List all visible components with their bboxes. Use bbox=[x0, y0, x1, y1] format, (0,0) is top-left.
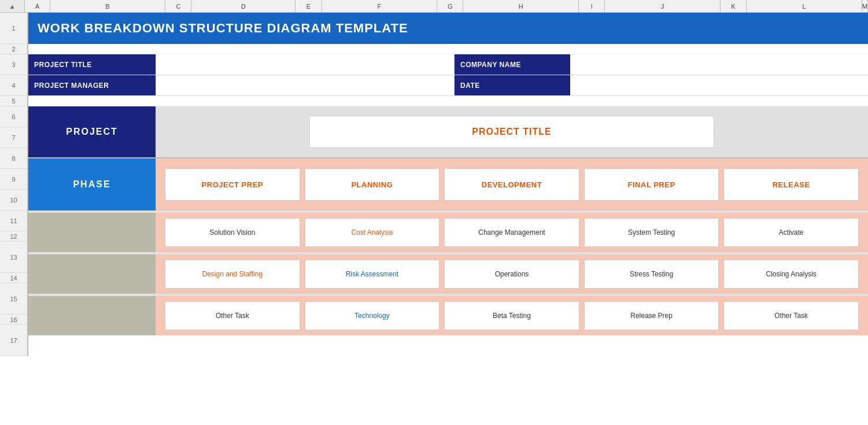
task-operations[interactable]: Operations bbox=[444, 260, 579, 289]
project-title-label: PROJECT TITLE bbox=[28, 54, 156, 75]
info-row-project-title: PROJECT TITLE COMPANY NAME bbox=[28, 54, 868, 75]
main-content: WORK BREAKDOWN STRUCTURE DIAGRAM TEMPLAT… bbox=[28, 13, 868, 356]
row-numbers: 1 2 3 4 5 6 7 8 9 10 11 12 13 14 15 16 1… bbox=[0, 13, 28, 356]
info-row-project-manager: PROJECT MANAGER DATE bbox=[28, 75, 868, 96]
task-other-task-2[interactable]: Other Task bbox=[723, 301, 859, 330]
col-i: I bbox=[579, 0, 605, 12]
col-c: C bbox=[165, 0, 191, 12]
task-label-1 bbox=[28, 213, 156, 252]
phase-box-release[interactable]: RELEASE bbox=[723, 168, 859, 201]
rows-area: 1 2 3 4 5 6 7 8 9 10 11 12 13 14 15 16 1… bbox=[0, 13, 868, 356]
col-l: L bbox=[747, 0, 862, 12]
col-e: E bbox=[296, 0, 322, 12]
col-m: M bbox=[862, 0, 868, 12]
task-row-2: Design and Staffing Risk Assessment Oper… bbox=[28, 252, 868, 294]
row-num-10: 10 bbox=[0, 190, 27, 210]
row-num-1: 1 bbox=[0, 13, 27, 44]
task-change-management[interactable]: Change Management bbox=[444, 218, 579, 247]
col-g: G bbox=[437, 0, 463, 12]
task-beta-testing[interactable]: Beta Testing bbox=[444, 301, 579, 330]
row-num-16: 16 bbox=[0, 315, 27, 325]
project-title-value[interactable] bbox=[156, 54, 455, 75]
project-title-cell: PROJECT TITLE bbox=[156, 106, 868, 157]
task-row-1: Solution Vision Cost Analysis Change Man… bbox=[28, 210, 868, 252]
corner-header: ▲ bbox=[0, 0, 25, 12]
phase-box-project-prep[interactable]: PROJECT PREP bbox=[165, 168, 300, 201]
page-title: WORK BREAKDOWN STRUCTURE DIAGRAM TEMPLAT… bbox=[38, 21, 408, 36]
row-num-7: 7 bbox=[0, 127, 27, 148]
task-label-3 bbox=[28, 296, 156, 335]
task-other-task-1[interactable]: Other Task bbox=[165, 301, 300, 330]
date-value[interactable] bbox=[570, 75, 868, 95]
row-num-8: 8 bbox=[0, 148, 27, 169]
row-num-6: 6 bbox=[0, 106, 27, 127]
row-num-15: 15 bbox=[0, 283, 27, 315]
row-num-5: 5 bbox=[0, 96, 27, 106]
project-manager-label: PROJECT MANAGER bbox=[28, 75, 156, 95]
phase-label: PHASE bbox=[28, 158, 156, 210]
col-b: B bbox=[50, 0, 166, 12]
spacer-row-5 bbox=[28, 96, 868, 106]
col-k: K bbox=[721, 0, 747, 12]
task-stress-testing[interactable]: Stress Testing bbox=[584, 260, 719, 289]
task-design-staffing[interactable]: Design and Staffing bbox=[165, 260, 300, 289]
company-name-value[interactable] bbox=[570, 54, 868, 75]
task-solution-vision[interactable]: Solution Vision bbox=[165, 218, 300, 247]
phase-boxes: PROJECT PREP PLANNING DEVELOPMENT FINAL … bbox=[156, 158, 868, 210]
col-d: D bbox=[191, 0, 296, 12]
wbs-area: PROJECT PROJECT TITLE PHASE PROJECT PREP bbox=[28, 106, 868, 335]
row-num-17: 17 bbox=[0, 325, 27, 356]
title-row: WORK BREAKDOWN STRUCTURE DIAGRAM TEMPLAT… bbox=[28, 13, 868, 44]
column-headers: ▲ A B C D E F G H I J K L M bbox=[0, 0, 868, 13]
row-num-9: 9 bbox=[0, 169, 27, 190]
row-num-11: 11 bbox=[0, 210, 27, 231]
col-h: H bbox=[463, 0, 579, 12]
phase-row: PHASE PROJECT PREP PLANNING DEVELOPMENT … bbox=[28, 158, 868, 210]
row-num-3: 3 bbox=[0, 54, 27, 75]
project-row: PROJECT PROJECT TITLE bbox=[28, 106, 868, 158]
date-label: DATE bbox=[455, 75, 570, 95]
project-manager-value[interactable] bbox=[156, 75, 455, 95]
task-activate[interactable]: Activate bbox=[723, 218, 859, 247]
phase-box-final-prep[interactable]: FINAL PREP bbox=[584, 168, 719, 201]
task-row-3: Other Task Technology Beta Testing Relea… bbox=[28, 294, 868, 335]
row-num-12: 12 bbox=[0, 231, 27, 242]
row-num-2: 2 bbox=[0, 44, 27, 54]
col-j: J bbox=[605, 0, 721, 12]
col-a: A bbox=[25, 0, 50, 12]
row-num-14: 14 bbox=[0, 273, 27, 283]
spacer-row-2 bbox=[28, 44, 868, 54]
task-boxes-1: Solution Vision Cost Analysis Change Man… bbox=[156, 213, 868, 252]
task-label-2 bbox=[28, 254, 156, 294]
task-boxes-2: Design and Staffing Risk Assessment Oper… bbox=[156, 254, 868, 294]
task-technology[interactable]: Technology bbox=[305, 301, 440, 330]
task-release-prep[interactable]: Release Prep bbox=[584, 301, 719, 330]
spreadsheet: ▲ A B C D E F G H I J K L M 1 2 3 4 5 6 … bbox=[0, 0, 868, 356]
project-label: PROJECT bbox=[28, 106, 156, 157]
project-title-box[interactable]: PROJECT TITLE bbox=[309, 116, 714, 148]
row-num-13: 13 bbox=[0, 242, 27, 273]
task-risk-assessment[interactable]: Risk Assessment bbox=[305, 260, 440, 289]
task-boxes-3: Other Task Technology Beta Testing Relea… bbox=[156, 296, 868, 335]
col-f: F bbox=[322, 0, 438, 12]
row-num-4: 4 bbox=[0, 75, 27, 96]
phase-box-development[interactable]: DEVELOPMENT bbox=[444, 168, 579, 201]
phase-box-planning[interactable]: PLANNING bbox=[305, 168, 440, 201]
task-system-testing[interactable]: System Testing bbox=[584, 218, 719, 247]
company-name-label: COMPANY NAME bbox=[455, 54, 570, 75]
project-title-box-text: PROJECT TITLE bbox=[472, 127, 551, 137]
task-closing-analysis[interactable]: Closing Analysis bbox=[723, 260, 859, 289]
task-cost-analysis[interactable]: Cost Analysis bbox=[305, 218, 440, 247]
